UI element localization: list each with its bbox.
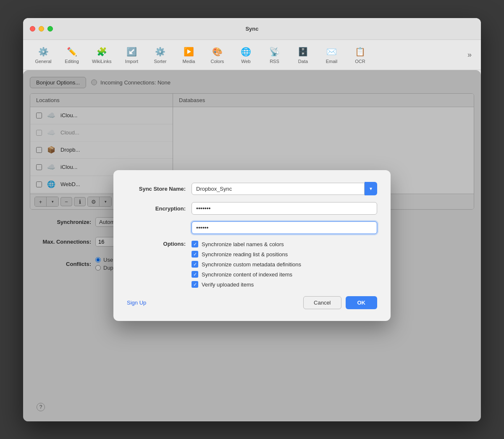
media-icon: ▶️ <box>183 46 194 58</box>
encryption-confirm-input[interactable] <box>192 221 377 234</box>
maximize-button[interactable] <box>47 26 53 32</box>
toolbar-label-colors: Colors <box>211 59 224 64</box>
email-icon: ✉️ <box>326 46 337 58</box>
cancel-button[interactable]: Cancel <box>303 296 341 309</box>
wikilinks-icon: 🧩 <box>96 46 108 58</box>
sync-store-name-row: Sync Store Name: Dropbox_Sync ▾ <box>127 182 377 195</box>
sync-content-text: Synchronize content of indexed items <box>202 271 292 278</box>
sync-store-input[interactable]: Dropbox_Sync <box>192 183 365 195</box>
sync-content-checkbox[interactable]: ✓ <box>192 271 198 278</box>
option-sync-labels: ✓ Synchronize label names & colors <box>192 241 301 247</box>
toolbar-label-web: Web <box>241 59 250 64</box>
toolbar-item-colors[interactable]: 🎨 Colors <box>204 43 231 66</box>
toolbar-label-media: Media <box>182 59 195 64</box>
minimize-button[interactable] <box>39 26 44 32</box>
toolbar-item-rss[interactable]: 📡 RSS <box>261 43 288 66</box>
toolbar-item-web[interactable]: 🌐 Web <box>232 43 259 66</box>
close-button[interactable] <box>30 26 35 32</box>
ok-button[interactable]: OK <box>346 296 378 309</box>
window-title: Sync <box>245 26 258 32</box>
modal-buttons: Cancel OK <box>303 296 377 309</box>
toolbar-label-import: Import <box>125 59 138 64</box>
option-sync-reading: ✓ Synchronize reading list & positions <box>192 251 301 258</box>
options-row: Options: ✓ Synchronize label names & col… <box>127 241 377 288</box>
chevron-down-icon: ▾ <box>370 186 372 192</box>
sync-reading-text: Synchronize reading list & positions <box>202 251 288 258</box>
title-bar: Sync <box>23 18 481 40</box>
toolbar-label-editing: Editing <box>65 59 79 64</box>
traffic-lights <box>30 26 53 32</box>
toolbar-more-button[interactable]: » <box>465 48 474 62</box>
editing-icon: ✏️ <box>66 46 78 58</box>
content-area: Bonjour Options... Incoming Connections:… <box>23 70 481 421</box>
general-icon: ⚙️ <box>37 46 49 58</box>
ocr-icon: 📋 <box>354 46 366 58</box>
sync-store-label: Sync Store Name: <box>127 186 186 192</box>
main-window: Sync ⚙️ General ✏️ Editing 🧩 WikiLinks ↙… <box>23 18 481 421</box>
toolbar-item-editing[interactable]: ✏️ Editing <box>58 43 85 66</box>
sync-store-modal: Sync Store Name: Dropbox_Sync ▾ Encrypti… <box>113 170 391 321</box>
toolbar-label-ocr: OCR <box>355 59 365 64</box>
option-verify-items: ✓ Verify uploaded items <box>192 281 301 288</box>
toolbar-label-rss: RSS <box>270 59 279 64</box>
sync-metadata-checkbox[interactable]: ✓ <box>192 261 198 268</box>
toolbar-item-email[interactable]: ✉️ Email <box>318 43 345 66</box>
toolbar-item-import[interactable]: ↙️ Import <box>118 43 145 66</box>
encryption-confirm-row <box>127 221 377 234</box>
options-list: ✓ Synchronize label names & colors ✓ Syn… <box>192 241 301 288</box>
sync-metadata-text: Synchronize custom metadata definitions <box>202 261 301 268</box>
rss-icon: 📡 <box>268 46 280 58</box>
toolbar-item-data[interactable]: 🗄️ Data <box>289 43 316 66</box>
toolbar: ⚙️ General ✏️ Editing 🧩 WikiLinks ↙️ Imp… <box>23 40 481 70</box>
import-icon: ↙️ <box>126 46 137 58</box>
toolbar-label-data: Data <box>298 59 308 64</box>
sync-labels-checkbox[interactable]: ✓ <box>192 241 198 247</box>
toolbar-item-ocr[interactable]: 📋 OCR <box>346 43 373 66</box>
sorter-icon: ⚙️ <box>154 46 166 58</box>
toolbar-label-email: Email <box>326 59 338 64</box>
toolbar-item-sorter[interactable]: ⚙️ Sorter <box>147 43 173 66</box>
modal-footer: Sign Up Cancel OK <box>127 296 377 309</box>
option-sync-metadata: ✓ Synchronize custom metadata definition… <box>192 261 301 268</box>
data-icon: 🗄️ <box>297 46 309 58</box>
toolbar-label-general: General <box>35 59 51 64</box>
encryption-label: Encryption: <box>127 205 186 212</box>
toolbar-label-wikilinks: WikiLinks <box>92 59 111 64</box>
toolbar-item-general[interactable]: ⚙️ General <box>30 43 57 66</box>
colors-icon: 🎨 <box>211 46 223 58</box>
sync-store-select-wrapper: Dropbox_Sync ▾ <box>192 182 377 195</box>
signup-link[interactable]: Sign Up <box>127 300 146 306</box>
web-icon: 🌐 <box>240 46 252 58</box>
encryption-row: Encryption: <box>127 202 377 215</box>
options-label: Options: <box>127 241 186 247</box>
sync-labels-text: Synchronize label names & colors <box>202 241 284 247</box>
option-sync-content: ✓ Synchronize content of indexed items <box>192 271 301 278</box>
toolbar-label-sorter: Sorter <box>154 59 166 64</box>
verify-items-text: Verify uploaded items <box>202 281 254 288</box>
sync-reading-checkbox[interactable]: ✓ <box>192 251 198 258</box>
toolbar-item-wikilinks[interactable]: 🧩 WikiLinks <box>87 43 116 66</box>
encryption-input[interactable] <box>192 202 377 215</box>
modal-overlay: Sync Store Name: Dropbox_Sync ▾ Encrypti… <box>23 70 481 421</box>
sync-store-dropdown-button[interactable]: ▾ <box>365 182 377 195</box>
toolbar-item-media[interactable]: ▶️ Media <box>175 43 202 66</box>
verify-items-checkbox[interactable]: ✓ <box>192 281 198 288</box>
